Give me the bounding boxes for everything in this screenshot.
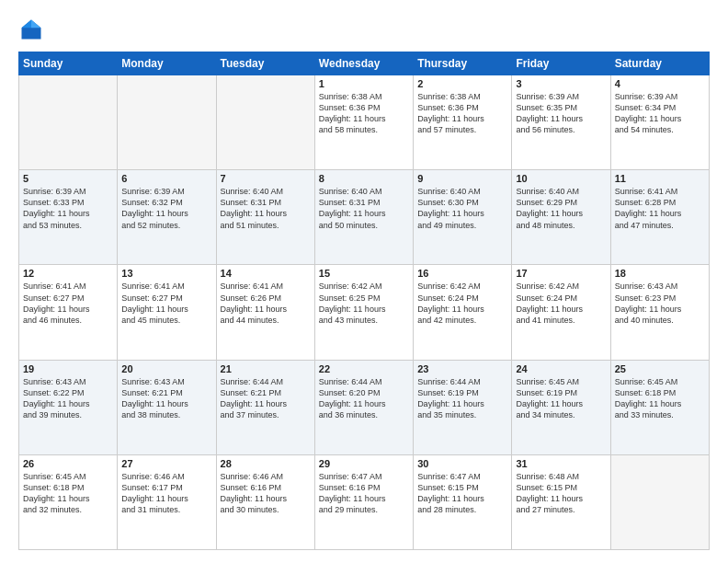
day-number: 31 bbox=[516, 458, 606, 469]
weekday-header: Tuesday bbox=[216, 52, 314, 75]
calendar-cell: 1Sunrise: 6:38 AM Sunset: 6:36 PM Daylig… bbox=[314, 75, 413, 170]
weekday-header: Saturday bbox=[610, 52, 709, 75]
day-info: Sunrise: 6:44 AM Sunset: 6:19 PM Dayligh… bbox=[417, 376, 507, 421]
day-info: Sunrise: 6:40 AM Sunset: 6:31 PM Dayligh… bbox=[221, 186, 311, 231]
logo bbox=[18, 17, 48, 42]
day-number: 8 bbox=[319, 173, 409, 184]
svg-marker-2 bbox=[22, 20, 32, 29]
day-info: Sunrise: 6:38 AM Sunset: 6:36 PM Dayligh… bbox=[417, 91, 507, 136]
svg-marker-1 bbox=[31, 20, 41, 29]
calendar-week-row: 26Sunrise: 6:45 AM Sunset: 6:18 PM Dayli… bbox=[19, 454, 710, 549]
day-info: Sunrise: 6:42 AM Sunset: 6:24 PM Dayligh… bbox=[417, 281, 507, 326]
calendar-cell: 24Sunrise: 6:45 AM Sunset: 6:19 PM Dayli… bbox=[512, 360, 610, 454]
day-number: 9 bbox=[417, 173, 507, 184]
calendar-week-row: 1Sunrise: 6:38 AM Sunset: 6:36 PM Daylig… bbox=[19, 75, 710, 170]
day-info: Sunrise: 6:46 AM Sunset: 6:17 PM Dayligh… bbox=[121, 471, 211, 516]
calendar-cell: 10Sunrise: 6:40 AM Sunset: 6:29 PM Dayli… bbox=[512, 170, 610, 265]
day-number: 5 bbox=[23, 173, 113, 184]
page: SundayMondayTuesdayWednesdayThursdayFrid… bbox=[0, 0, 728, 563]
calendar-cell: 25Sunrise: 6:45 AM Sunset: 6:18 PM Dayli… bbox=[610, 360, 709, 454]
calendar-cell: 17Sunrise: 6:42 AM Sunset: 6:24 PM Dayli… bbox=[512, 265, 610, 360]
calendar-cell: 7Sunrise: 6:40 AM Sunset: 6:31 PM Daylig… bbox=[216, 170, 314, 265]
calendar-cell: 27Sunrise: 6:46 AM Sunset: 6:17 PM Dayli… bbox=[118, 454, 216, 549]
day-number: 29 bbox=[319, 458, 409, 469]
calendar-cell: 22Sunrise: 6:44 AM Sunset: 6:20 PM Dayli… bbox=[314, 360, 413, 454]
weekday-header: Friday bbox=[512, 52, 610, 75]
calendar-cell: 13Sunrise: 6:41 AM Sunset: 6:27 PM Dayli… bbox=[118, 265, 216, 360]
weekday-header: Thursday bbox=[414, 52, 512, 75]
day-info: Sunrise: 6:40 AM Sunset: 6:30 PM Dayligh… bbox=[417, 186, 507, 231]
calendar-cell: 16Sunrise: 6:42 AM Sunset: 6:24 PM Dayli… bbox=[414, 265, 512, 360]
day-info: Sunrise: 6:44 AM Sunset: 6:20 PM Dayligh… bbox=[319, 376, 409, 421]
day-info: Sunrise: 6:43 AM Sunset: 6:22 PM Dayligh… bbox=[23, 376, 113, 421]
calendar-cell bbox=[19, 75, 118, 170]
calendar-cell: 8Sunrise: 6:40 AM Sunset: 6:31 PM Daylig… bbox=[314, 170, 413, 265]
day-info: Sunrise: 6:40 AM Sunset: 6:31 PM Dayligh… bbox=[319, 186, 409, 231]
day-number: 4 bbox=[615, 78, 705, 89]
day-info: Sunrise: 6:39 AM Sunset: 6:33 PM Dayligh… bbox=[23, 186, 113, 231]
calendar-cell: 14Sunrise: 6:41 AM Sunset: 6:26 PM Dayli… bbox=[216, 265, 314, 360]
day-info: Sunrise: 6:48 AM Sunset: 6:15 PM Dayligh… bbox=[516, 471, 606, 516]
calendar-week-row: 19Sunrise: 6:43 AM Sunset: 6:22 PM Dayli… bbox=[19, 360, 710, 454]
day-info: Sunrise: 6:47 AM Sunset: 6:15 PM Dayligh… bbox=[417, 471, 507, 516]
day-info: Sunrise: 6:43 AM Sunset: 6:23 PM Dayligh… bbox=[615, 281, 705, 326]
day-info: Sunrise: 6:39 AM Sunset: 6:34 PM Dayligh… bbox=[615, 91, 705, 136]
day-number: 24 bbox=[516, 363, 606, 374]
calendar-cell bbox=[610, 454, 709, 549]
day-number: 1 bbox=[319, 78, 409, 89]
day-number: 10 bbox=[516, 173, 606, 184]
calendar-cell: 19Sunrise: 6:43 AM Sunset: 6:22 PM Dayli… bbox=[19, 360, 118, 454]
day-number: 12 bbox=[23, 268, 113, 279]
day-number: 14 bbox=[221, 268, 311, 279]
logo-icon bbox=[18, 17, 44, 42]
day-info: Sunrise: 6:42 AM Sunset: 6:25 PM Dayligh… bbox=[319, 281, 409, 326]
calendar-cell: 6Sunrise: 6:39 AM Sunset: 6:32 PM Daylig… bbox=[118, 170, 216, 265]
calendar-cell: 2Sunrise: 6:38 AM Sunset: 6:36 PM Daylig… bbox=[414, 75, 512, 170]
day-number: 16 bbox=[417, 268, 507, 279]
calendar-cell: 11Sunrise: 6:41 AM Sunset: 6:28 PM Dayli… bbox=[610, 170, 709, 265]
calendar-cell bbox=[216, 75, 314, 170]
calendar-cell: 30Sunrise: 6:47 AM Sunset: 6:15 PM Dayli… bbox=[414, 454, 512, 549]
day-number: 15 bbox=[319, 268, 409, 279]
day-number: 28 bbox=[221, 458, 311, 469]
header bbox=[18, 17, 710, 42]
day-number: 25 bbox=[615, 363, 705, 374]
day-info: Sunrise: 6:45 AM Sunset: 6:18 PM Dayligh… bbox=[23, 471, 113, 516]
day-number: 11 bbox=[615, 173, 705, 184]
day-number: 13 bbox=[121, 268, 211, 279]
day-number: 23 bbox=[417, 363, 507, 374]
calendar-cell: 28Sunrise: 6:46 AM Sunset: 6:16 PM Dayli… bbox=[216, 454, 314, 549]
day-info: Sunrise: 6:46 AM Sunset: 6:16 PM Dayligh… bbox=[221, 471, 311, 516]
day-info: Sunrise: 6:45 AM Sunset: 6:19 PM Dayligh… bbox=[516, 376, 606, 421]
weekday-header: Sunday bbox=[19, 52, 118, 75]
day-info: Sunrise: 6:39 AM Sunset: 6:35 PM Dayligh… bbox=[516, 91, 606, 136]
day-number: 30 bbox=[417, 458, 507, 469]
day-info: Sunrise: 6:47 AM Sunset: 6:16 PM Dayligh… bbox=[319, 471, 409, 516]
calendar-cell: 5Sunrise: 6:39 AM Sunset: 6:33 PM Daylig… bbox=[19, 170, 118, 265]
day-number: 18 bbox=[615, 268, 705, 279]
day-number: 6 bbox=[121, 173, 211, 184]
day-info: Sunrise: 6:43 AM Sunset: 6:21 PM Dayligh… bbox=[121, 376, 211, 421]
day-info: Sunrise: 6:41 AM Sunset: 6:27 PM Dayligh… bbox=[23, 281, 113, 326]
calendar-cell: 15Sunrise: 6:42 AM Sunset: 6:25 PM Dayli… bbox=[314, 265, 413, 360]
day-info: Sunrise: 6:38 AM Sunset: 6:36 PM Dayligh… bbox=[319, 91, 409, 136]
day-number: 20 bbox=[121, 363, 211, 374]
day-info: Sunrise: 6:44 AM Sunset: 6:21 PM Dayligh… bbox=[221, 376, 311, 421]
calendar-cell: 23Sunrise: 6:44 AM Sunset: 6:19 PM Dayli… bbox=[414, 360, 512, 454]
day-info: Sunrise: 6:41 AM Sunset: 6:27 PM Dayligh… bbox=[121, 281, 211, 326]
calendar-cell bbox=[118, 75, 216, 170]
day-info: Sunrise: 6:40 AM Sunset: 6:29 PM Dayligh… bbox=[516, 186, 606, 231]
day-number: 27 bbox=[121, 458, 211, 469]
day-info: Sunrise: 6:41 AM Sunset: 6:26 PM Dayligh… bbox=[221, 281, 311, 326]
day-number: 19 bbox=[23, 363, 113, 374]
calendar-cell: 21Sunrise: 6:44 AM Sunset: 6:21 PM Dayli… bbox=[216, 360, 314, 454]
day-info: Sunrise: 6:41 AM Sunset: 6:28 PM Dayligh… bbox=[615, 186, 705, 231]
calendar-cell: 20Sunrise: 6:43 AM Sunset: 6:21 PM Dayli… bbox=[118, 360, 216, 454]
day-number: 26 bbox=[23, 458, 113, 469]
day-number: 17 bbox=[516, 268, 606, 279]
day-number: 2 bbox=[417, 78, 507, 89]
calendar-week-row: 12Sunrise: 6:41 AM Sunset: 6:27 PM Dayli… bbox=[19, 265, 710, 360]
day-number: 22 bbox=[319, 363, 409, 374]
calendar-cell: 29Sunrise: 6:47 AM Sunset: 6:16 PM Dayli… bbox=[314, 454, 413, 549]
day-info: Sunrise: 6:39 AM Sunset: 6:32 PM Dayligh… bbox=[121, 186, 211, 231]
